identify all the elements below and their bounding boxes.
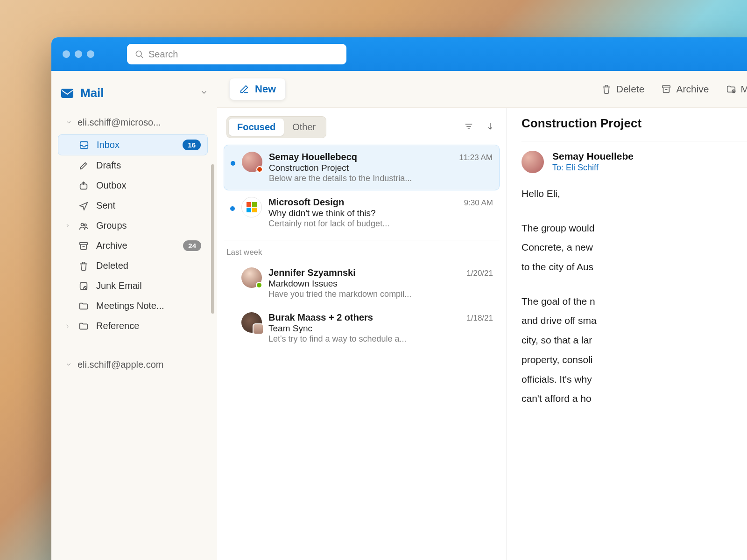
folder-label: Reference [96,321,201,331]
folder-meetings-notes[interactable]: Meetings Note... [58,296,208,316]
drafts-icon [78,161,89,171]
folder-drafts[interactable]: Drafts [58,155,208,175]
avatar [242,152,262,172]
zoom-window-button[interactable] [87,50,94,58]
svg-point-5 [81,223,84,226]
chevron-down-icon [65,117,72,128]
tab-focused[interactable]: Focused [229,119,284,136]
move-button[interactable]: M [726,84,747,95]
close-window-button[interactable] [63,50,70,58]
module-switcher[interactable]: Mail [51,80,217,112]
folder-icon [78,321,89,331]
folder-groups[interactable]: Groups [58,216,208,236]
move-icon [726,84,736,94]
compose-icon [239,84,249,94]
account-label: eli.schiff@microso... [78,117,161,128]
sender: Jennifer Szyamnski [268,267,462,278]
preview: Have you tried the markdown compil... [268,289,493,299]
avatar [241,267,262,288]
folder-outbox[interactable]: Outbox [58,175,208,196]
folder-label: Meetings Note... [96,301,201,311]
folder-label: Outbox [96,180,201,191]
junk-icon [78,281,89,291]
trash-icon [78,261,89,271]
archive-icon [661,84,671,94]
svg-point-6 [84,224,86,226]
folder-junk[interactable]: Junk Email [58,276,208,296]
subject: Why didn't we think of this? [268,208,493,218]
sender: Burak Maass + 2 others [268,312,462,323]
folder-archive[interactable]: Archive 24 [58,236,208,256]
folder-inbox[interactable]: Inbox 16 [58,134,208,155]
svg-rect-9 [662,86,670,88]
mail-icon [61,88,74,98]
sender: Semay Houellebecq [269,152,454,162]
message-item[interactable]: Semay Houellebecq11:23 AM Construction P… [224,145,500,190]
chevron-right-icon [64,223,71,229]
toolbar: New Delete Archive M [217,71,747,107]
titlebar [51,37,747,71]
sender-name: Semay Houellebe [552,151,634,162]
folder-deleted[interactable]: Deleted [58,256,208,276]
new-label: New [255,83,276,95]
search-input[interactable] [148,49,339,60]
tab-other[interactable]: Other [284,119,324,136]
account-label: eli.schiff@apple.com [78,359,163,370]
avatar [241,312,262,333]
reading-pane: Construction Project Semay Houellebe To:… [507,108,747,560]
folder-label: Drafts [96,160,201,171]
delete-label: Delete [616,84,645,95]
folder-label: Deleted [96,260,201,271]
chevron-down-icon [65,359,72,370]
sent-icon [78,201,89,211]
account-header[interactable]: eli.schiff@microso... [51,112,217,134]
timestamp: 11:23 AM [459,153,493,162]
archive-label: Archive [676,84,709,95]
module-label: Mail [80,86,194,100]
new-mail-button[interactable]: New [229,78,286,100]
folder-reference[interactable]: Reference [58,316,208,336]
recipients[interactable]: To: Eli Schiff [552,163,634,173]
outbox-icon [78,181,89,191]
message-item[interactable]: Burak Maass + 2 others1/18/21 Team Sync … [224,306,500,350]
app-window: Mail eli.schiff@microso... Inbox 16 [51,37,747,560]
folder-label: Sent [96,200,201,211]
preview: Certainly not for lack of budget... [268,219,493,229]
microsoft-logo-icon [247,202,257,212]
subject: Team Sync [268,323,493,334]
presence-indicator [256,282,262,288]
timestamp: 1/18/21 [466,314,493,323]
archive-button[interactable]: Archive [661,84,709,95]
minimize-window-button[interactable] [75,50,82,58]
account-header-2[interactable]: eli.schiff@apple.com [51,355,217,377]
groups-icon [78,221,89,231]
message-item[interactable]: Jennifer Szyamnski1/20/21 Markdown Issue… [224,261,500,306]
preview: Let's try to find a way to schedule a... [268,334,493,344]
window-controls [63,50,94,58]
folder-label: Groups [96,220,201,231]
unread-badge: 16 [183,140,201,150]
sort-button[interactable] [486,122,495,133]
delete-button[interactable]: Delete [601,84,645,95]
svg-rect-7 [80,242,88,245]
presence-indicator [256,166,263,173]
archive-icon [78,241,89,251]
filter-button[interactable] [464,122,473,133]
unread-dot [231,161,235,166]
section-header: Last week [224,240,500,261]
search-field[interactable] [127,44,346,64]
sidebar-scrollbar[interactable] [211,164,214,314]
avatar [521,151,544,173]
folder-label: Archive [96,240,176,251]
search-icon [134,49,144,59]
chevron-down-icon [200,89,208,98]
message-list: Focused Other Semay Houellebecq11:23 AM [217,108,507,560]
folder-sent[interactable]: Sent [58,196,208,216]
message-item[interactable]: Microsoft Design9:30 AM Why didn't we th… [224,190,500,235]
svg-rect-2 [61,89,73,98]
svg-rect-3 [80,141,88,148]
timestamp: 9:30 AM [464,198,493,208]
avatar [241,197,262,217]
folder-list: Inbox 16 Drafts Outbox Sent [51,134,217,336]
folder-label: Inbox [97,140,175,150]
